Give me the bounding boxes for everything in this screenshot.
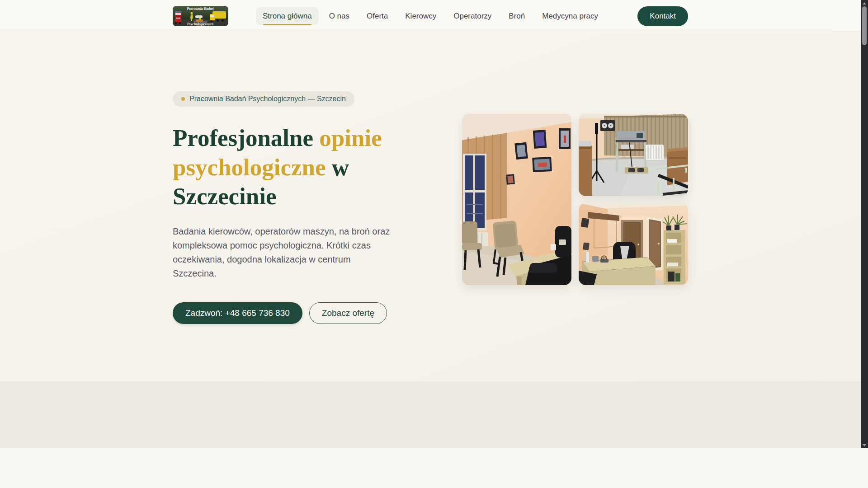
page-title: Profesjonalne opinie psychologiczne w Sz… [173,123,412,211]
hero-buttons: Zadzwoń: +48 665 736 830 Zobacz ofertę [173,302,412,324]
scrollbar-down-arrow-icon[interactable] [861,442,868,448]
gauge-panel [600,120,615,131]
bookshelf [664,230,685,284]
see-offer-button[interactable]: Zobacz ofertę [309,302,387,324]
radiator [646,145,664,160]
logo-image: Pracownia Badań Psychologicznych [173,6,228,26]
hero-description: Badania kierowców, operatorów maszyn, na… [173,225,391,281]
nav-item-bron[interactable]: Broń [502,7,532,25]
red-truck-graphic [175,11,182,24]
nav-item-oferta[interactable]: Oferta [360,7,395,25]
hero-photo-gallery [462,114,688,324]
kontakt-button[interactable]: Kontakt [637,6,688,26]
consultation-room-photo [462,114,571,285]
below-viewport-area [0,448,868,488]
site-logo[interactable]: Pracownia Badań Psychologicznych [173,6,228,26]
hero-text-column: Pracownia Badań Psychologicznych — Szcze… [173,91,412,324]
scrollbar [861,0,868,448]
svg-text:Pracownia Badań: Pracownia Badań [187,7,214,11]
side-cabinet [579,141,592,196]
nav-item-kierowcy[interactable]: Kierowcy [398,7,443,25]
scrollbar-thumb[interactable] [862,6,867,45]
main-nav: Strona główna O nas Oferta Kierowcy Oper… [256,7,605,25]
next-section-band [0,381,861,448]
nav-item-strona-glowna[interactable]: Strona główna [256,7,319,25]
location-badge: Pracownia Badań Psychologicznych — Szcze… [173,91,354,107]
office-reception-photo [579,203,688,285]
site-header: Pracownia Badań Psychologicznych Strona … [0,0,861,32]
call-phone-button[interactable]: Zadzwoń: +48 665 736 830 [173,302,302,324]
nav-item-medycyna-pracy[interactable]: Medycyna pracy [535,7,605,25]
heading-part1: Profesjonalne [173,125,319,151]
hero-section: Pracownia Badań Psychologicznych — Szcze… [0,32,861,381]
badge-dot-icon [181,97,185,101]
svg-text:Psychologicznych: Psychologicznych [187,22,214,26]
nav-item-operatorzy[interactable]: Operatorzy [447,7,498,25]
badge-label: Pracownia Badań Psychologicznych — Szcze… [189,95,346,103]
browser-viewport: Pracownia Badań Psychologicznych Strona … [0,0,861,448]
scrollbar-up-arrow-icon[interactable] [861,0,868,6]
photo-column [579,114,688,324]
testing-equipment-room-photo [579,114,688,196]
nav-item-o-nas[interactable]: O nas [322,7,356,25]
